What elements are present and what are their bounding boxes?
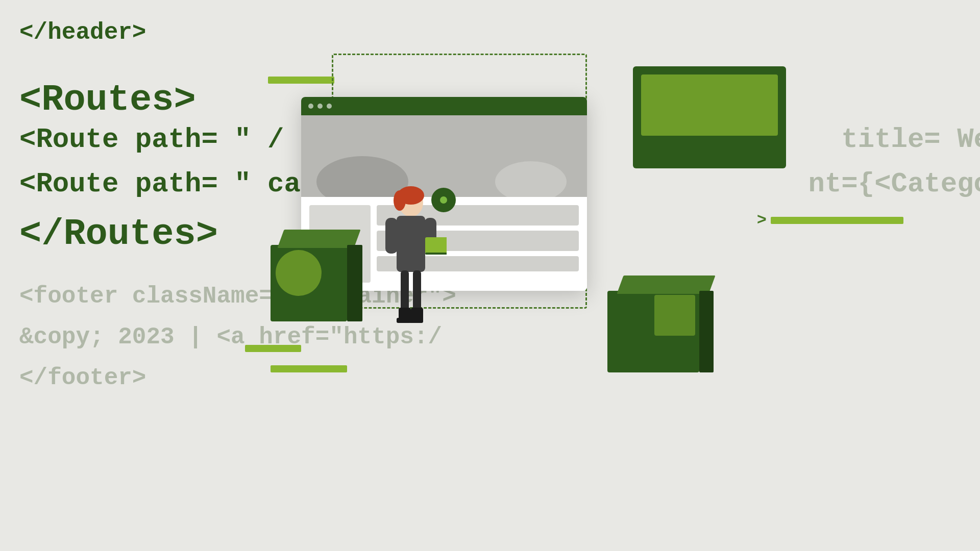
svg-rect-7	[425, 253, 447, 255]
box-circle	[276, 250, 322, 296]
browser-dot-3	[327, 104, 332, 109]
chevron-arrow: >	[757, 211, 903, 230]
browser-titlebar	[301, 97, 587, 115]
svg-rect-3	[397, 216, 425, 272]
svg-rect-13	[409, 318, 423, 323]
box-right	[347, 245, 362, 321]
accent-bar-top	[268, 77, 334, 84]
svg-point-2	[394, 190, 406, 211]
svg-rect-8	[401, 270, 409, 311]
box-right-inner	[654, 295, 695, 336]
hero-shape-2	[495, 161, 567, 197]
illustration: >	[230, 26, 791, 383]
svg-rect-6	[425, 237, 447, 254]
browser-dot-1	[308, 104, 313, 109]
svg-rect-12	[397, 318, 411, 323]
svg-rect-9	[413, 270, 421, 311]
accent-bar-bottom-center	[271, 365, 347, 372]
card-large	[633, 66, 786, 168]
arrow-bar	[771, 217, 903, 224]
box-right-front	[607, 291, 699, 372]
browser-hero	[301, 115, 587, 197]
box-3d-right	[607, 276, 720, 378]
card-large-inner	[641, 74, 778, 136]
chevron-icon: >	[757, 211, 767, 230]
svg-rect-4	[385, 218, 398, 254]
box-right-side	[699, 291, 714, 372]
box-3d-left	[271, 230, 357, 332]
browser-dot-2	[317, 104, 323, 109]
person-figure	[375, 186, 447, 352]
accent-bar-bottom-left	[245, 345, 301, 352]
box-front	[271, 245, 347, 321]
